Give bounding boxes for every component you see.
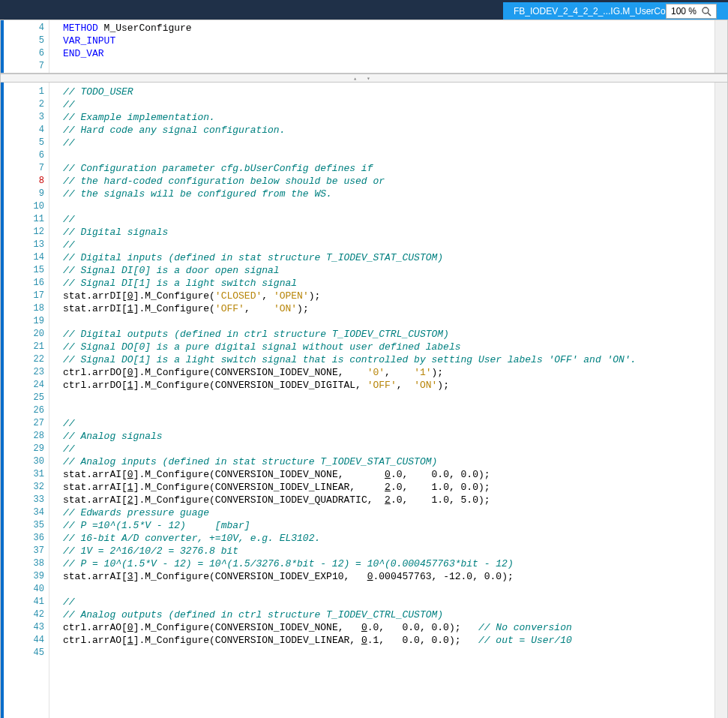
code-line[interactable]: // Analog inputs (defined in stat struct… [63, 455, 715, 468]
code-line[interactable]: // Example implementation. [63, 111, 715, 124]
line-number: 6 [1, 149, 44, 162]
zoom-label: 100 % [671, 6, 697, 17]
code-line[interactable]: METHOD M_UserConfigure [63, 22, 715, 35]
code-line[interactable]: // 16-bit A/D converter, +=10V, e.g. EL3… [63, 532, 715, 545]
line-number: 2 [1, 98, 44, 111]
code-line[interactable]: // TODO_USER [63, 86, 715, 98]
pane-splitter[interactable] [1, 74, 727, 83]
line-number: 16 [1, 277, 44, 290]
implementation-pane[interactable]: 1234567891011121314151617181920212223242… [1, 83, 727, 718]
line-number: 7 [1, 60, 44, 73]
code-line[interactable]: // Signal DI[0] is a door open signal [63, 264, 715, 277]
line-number: 6 [1, 47, 44, 60]
code-line[interactable]: // P =10^(1.5*V - 12) [mbar] [63, 519, 715, 532]
line-number: 33 [1, 494, 44, 506]
vertical-scrollbar[interactable] [715, 20, 727, 73]
line-number: 41 [1, 596, 44, 608]
code-line[interactable]: stat.arrAI[3].M_Configure(CONVERSION_IOD… [63, 570, 715, 583]
line-number: 24 [1, 379, 44, 392]
code-line[interactable] [63, 149, 715, 162]
line-number: 20 [1, 328, 44, 341]
splitter-grip-icon [352, 76, 377, 80]
line-number: 42 [1, 608, 44, 621]
change-marker [1, 83, 4, 718]
line-number: 15 [1, 264, 44, 277]
line-number: 31 [1, 468, 44, 481]
vertical-scrollbar[interactable] [715, 83, 727, 718]
line-number: 36 [1, 532, 44, 545]
code-line[interactable]: // [63, 239, 715, 251]
code-line[interactable]: // Signal DO[1] is a light switch signal… [63, 353, 715, 366]
code-line[interactable]: // Signal DO[0] is a pure digital signal… [63, 341, 715, 353]
code-line[interactable]: // [63, 137, 715, 149]
code-line[interactable]: // [63, 596, 715, 608]
code-line[interactable]: stat.arrDI[0].M_Configure('CLOSED', 'OPE… [63, 290, 715, 302]
code-line[interactable]: // [63, 417, 715, 430]
line-number: 3 [1, 111, 44, 124]
code-line[interactable]: END_VAR [63, 47, 715, 60]
svg-line-4 [708, 13, 711, 16]
line-number: 40 [1, 583, 44, 596]
line-number: 13 [1, 239, 44, 251]
declaration-line-gutter: 4567 [1, 20, 49, 73]
code-line[interactable]: stat.arrAI[0].M_Configure(CONVERSION_IOD… [63, 468, 715, 481]
code-line[interactable]: // P = 10^(1.5*V - 12) = 10^(1.5/3276.8*… [63, 557, 715, 570]
zoom-indicator[interactable]: 100 % [666, 4, 717, 19]
line-number: 11 [1, 213, 44, 226]
declaration-code[interactable]: METHOD M_UserConfigureVAR_INPUTEND_VAR [49, 20, 715, 73]
code-line[interactable]: // Digital inputs (defined in stat struc… [63, 251, 715, 264]
code-line[interactable]: ctrl.arrDO[1].M_Configure(CONVERSION_IOD… [63, 379, 715, 392]
code-line[interactable]: // [63, 443, 715, 455]
line-number: 4 [1, 22, 44, 35]
code-line[interactable] [63, 647, 715, 659]
code-line[interactable]: // Digital outputs (defined in ctrl stru… [63, 328, 715, 341]
declaration-pane[interactable]: 4567 METHOD M_UserConfigureVAR_INPUTEND_… [1, 20, 727, 74]
code-line[interactable]: ctrl.arrAO[1].M_Configure(CONVERSION_IOD… [63, 634, 715, 647]
code-line[interactable]: // Hard code any signal configuration. [63, 124, 715, 137]
code-line[interactable]: ctrl.arrDO[0].M_Configure(CONVERSION_IOD… [63, 366, 715, 379]
code-line[interactable] [63, 583, 715, 596]
code-line[interactable]: // the hard-coded configuration below sh… [63, 175, 715, 188]
title-bar: FB_IODEV_2_4_2_2_...IG.M_UserConfigure × [0, 0, 728, 20]
line-number: 5 [1, 35, 44, 47]
code-line[interactable]: // Digital signals [63, 226, 715, 239]
code-line[interactable]: VAR_INPUT [63, 35, 715, 47]
code-line[interactable]: stat.arrAI[2].M_Configure(CONVERSION_IOD… [63, 494, 715, 506]
magnifier-icon [701, 6, 712, 17]
line-number: 1 [1, 86, 44, 98]
code-line[interactable]: stat.arrDI[1].M_Configure('OFF', 'ON'); [63, 302, 715, 315]
code-line[interactable] [63, 392, 715, 404]
code-line[interactable]: stat.arrAI[1].M_Configure(CONVERSION_IOD… [63, 481, 715, 494]
code-line[interactable]: // 1V = 2^16/10/2 = 3276.8 bit [63, 545, 715, 557]
code-line[interactable]: ctrl.arrAO[0].M_Configure(CONVERSION_IOD… [63, 621, 715, 634]
line-number: 28 [1, 430, 44, 443]
code-line[interactable] [63, 315, 715, 328]
line-number: 14 [1, 251, 44, 264]
code-line[interactable]: // the signals will be configured from t… [63, 188, 715, 200]
code-line[interactable] [63, 200, 715, 213]
line-number: 5 [1, 137, 44, 149]
line-number: 30 [1, 455, 44, 468]
svg-point-3 [703, 8, 709, 14]
code-line[interactable]: // Analog outputs (defined in ctrl struc… [63, 608, 715, 621]
line-number: 25 [1, 392, 44, 404]
code-line[interactable]: // Configuration parameter cfg.bUserConf… [63, 162, 715, 175]
line-number: 34 [1, 506, 44, 519]
code-line[interactable] [63, 404, 715, 417]
code-line[interactable]: // [63, 213, 715, 226]
line-number: 18 [1, 302, 44, 315]
code-line[interactable]: // Signal DI[1] is a light switch signal [63, 277, 715, 290]
code-line[interactable]: // Edwards pressure guage [63, 506, 715, 519]
code-line[interactable]: // Analog signals [63, 430, 715, 443]
line-number: 21 [1, 341, 44, 353]
implementation-code[interactable]: // TODO_USER//// Example implementation.… [49, 83, 715, 718]
line-number: 22 [1, 353, 44, 366]
line-number: 8 [1, 175, 44, 188]
code-line[interactable]: // [63, 98, 715, 111]
line-number: 23 [1, 366, 44, 379]
line-number: 32 [1, 481, 44, 494]
change-marker [1, 20, 4, 73]
code-line[interactable] [63, 60, 715, 73]
line-number: 17 [1, 290, 44, 302]
line-number: 27 [1, 417, 44, 430]
